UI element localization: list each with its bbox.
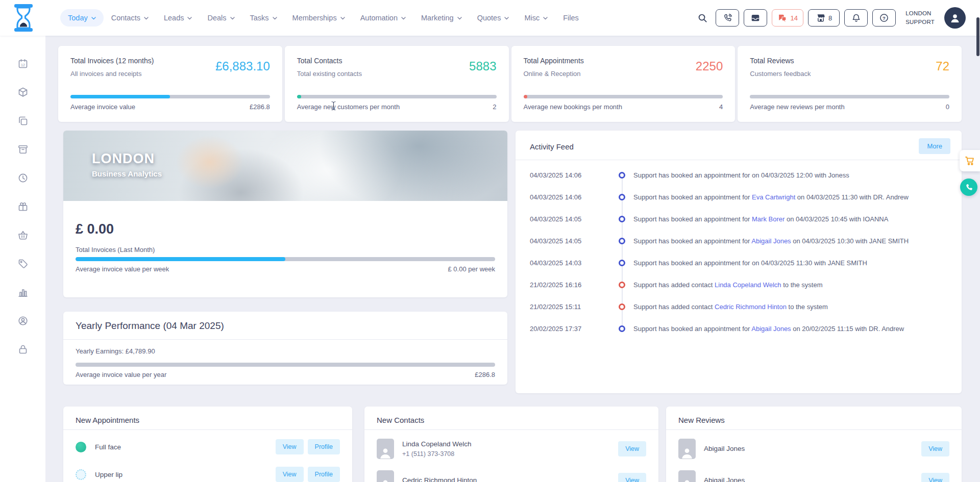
- chevron-down-icon: [340, 17, 345, 20]
- contact-link[interactable]: Linda Copeland Welch: [715, 281, 781, 289]
- contact-link[interactable]: Abigail Jones: [751, 237, 791, 245]
- chevron-down-icon: [504, 17, 509, 20]
- page-scrollbar[interactable]: [976, 17, 979, 56]
- help-button[interactable]: ?: [872, 9, 896, 27]
- feed-text-post: on 04/03/2025 10:45 with IOANNA: [785, 215, 888, 223]
- stat-subtitle: Online & Reception: [524, 70, 581, 78]
- feed-timestamp: 20/02/2025 17:37: [530, 325, 604, 333]
- nav-item[interactable]: Tasks: [242, 9, 285, 27]
- cart-fab-button[interactable]: [960, 150, 980, 171]
- nav-item-label: Misc: [524, 14, 540, 22]
- stats-row: Total Invoices (12 months) All invoices …: [58, 46, 962, 122]
- promo-photo: LONDON Business Analytics: [63, 131, 507, 201]
- bar-chart-icon[interactable]: [17, 287, 29, 298]
- stat-card: Total Invoices (12 months) All invoices …: [58, 46, 282, 122]
- chevron-down-icon: [187, 17, 192, 20]
- yearly-footer: Average invoice value per year £286.8: [76, 371, 495, 378]
- avatar: [377, 439, 394, 459]
- lock-icon[interactable]: [17, 344, 29, 355]
- store-icon: [816, 13, 826, 23]
- archive-box-icon[interactable]: [17, 144, 29, 155]
- topbar-actions: 14 8 ? LONDON SUPPORT: [697, 0, 966, 36]
- stat-progress-bar: [750, 95, 949, 98]
- stat-progress-bar: [524, 95, 723, 98]
- nav-item[interactable]: Today: [60, 9, 104, 27]
- view-button[interactable]: View: [618, 441, 646, 456]
- feed-timestamp: 04/03/2025 14:05: [530, 215, 604, 223]
- bell-icon: [851, 13, 861, 23]
- store-button[interactable]: 8: [808, 9, 840, 27]
- feed-text-post: on 20/02/2025 11:15 with DR. Andrew: [791, 325, 904, 333]
- phone-fab-button[interactable]: [960, 179, 977, 196]
- nav-item-label: Quotes: [477, 14, 501, 22]
- nav-item[interactable]: Misc: [517, 9, 555, 27]
- calendar-icon[interactable]: 12: [17, 58, 29, 69]
- user-avatar[interactable]: [944, 7, 966, 29]
- contact-link[interactable]: Abigail Jones: [751, 325, 791, 333]
- tag-icon[interactable]: [17, 258, 29, 269]
- contact-link[interactable]: Cedric Richmond Hinton: [715, 303, 787, 311]
- view-button[interactable]: View: [921, 441, 949, 456]
- nav-item[interactable]: Contacts: [104, 9, 156, 27]
- nav-item[interactable]: Marketing: [413, 9, 470, 27]
- appointments-list: Full face View Profile Upper lip View Pr…: [63, 430, 352, 482]
- nav-item-label: Contacts: [111, 14, 140, 22]
- account-icon[interactable]: [17, 315, 29, 326]
- chat-notifications-button[interactable]: 14: [772, 9, 803, 27]
- phone-icon: [723, 13, 732, 23]
- avatar: [678, 470, 696, 482]
- service-dot-icon: [76, 469, 86, 480]
- nav-item-label: Tasks: [250, 14, 269, 22]
- basket-icon[interactable]: [17, 230, 29, 241]
- nav-item[interactable]: Memberships: [285, 9, 353, 27]
- nav-item[interactable]: Automation: [353, 9, 413, 27]
- nav-item-label: Today: [68, 14, 88, 22]
- activity-feed-card: Activity Feed More 04/03/2025 14:06 Supp…: [516, 131, 962, 393]
- feed-item: 04/03/2025 14:03 Support has booked an a…: [530, 252, 962, 274]
- stat-footer-label: Average new customers per month: [297, 103, 400, 111]
- history-icon[interactable]: [17, 172, 29, 184]
- stat-card: Total Appointments Online & Reception 22…: [511, 46, 736, 122]
- feed-item: 20/02/2025 17:37 Support has booked an a…: [530, 318, 962, 340]
- profile-button[interactable]: Profile: [308, 467, 340, 482]
- profile-button[interactable]: Profile: [308, 439, 340, 454]
- user-icon: [949, 12, 961, 24]
- last-month-amount: £ 0.00: [76, 221, 114, 237]
- copy-icon[interactable]: [17, 115, 29, 126]
- contact-link[interactable]: Eva Cartwright: [752, 193, 795, 201]
- package-icon[interactable]: [17, 87, 29, 98]
- feed-text: Support has booked an appointment for Ev…: [633, 193, 909, 201]
- contact-list-item: Linda Copeland Welch +1 (511) 373-3708 V…: [377, 433, 646, 465]
- view-button[interactable]: View: [276, 439, 304, 454]
- feed-timestamp: 21/02/2025 15:11: [530, 303, 604, 311]
- appointment-list-item: Full face View Profile: [76, 433, 340, 461]
- stat-footer-value: 2: [493, 103, 496, 111]
- new-reviews-title: New Reviews: [678, 416, 725, 424]
- service-dot-icon: [76, 442, 86, 452]
- feed-divider: [516, 160, 962, 160]
- app-logo-hourglass-icon[interactable]: [13, 4, 34, 32]
- contact-phone: +1 (511) 373-3708: [402, 449, 472, 459]
- notifications-button[interactable]: [844, 9, 868, 27]
- view-button[interactable]: View: [618, 473, 646, 482]
- nav-item[interactable]: Files: [555, 9, 586, 27]
- nav-item-label: Marketing: [421, 14, 454, 22]
- view-button[interactable]: View: [276, 467, 304, 482]
- nav-item[interactable]: Leads: [156, 9, 200, 27]
- nav-item[interactable]: Deals: [200, 9, 242, 27]
- feed-text: Support has booked an appointment for Ab…: [633, 237, 909, 245]
- feed-text: Support has added contact Cedric Richmon…: [633, 303, 828, 311]
- stat-progress-fill: [297, 95, 301, 98]
- phone-icon: [965, 183, 973, 192]
- nav-item[interactable]: Quotes: [470, 9, 517, 27]
- search-icon[interactable]: [697, 13, 708, 23]
- more-button[interactable]: More: [919, 138, 950, 154]
- stat-progress-bar: [297, 95, 497, 98]
- feed-text-pre: Support has booked an appointment for: [633, 237, 751, 245]
- cart-icon: [964, 155, 975, 166]
- call-button[interactable]: [716, 9, 739, 27]
- inbox-button[interactable]: [744, 9, 767, 27]
- contact-link[interactable]: Mark Borer: [752, 215, 785, 223]
- gift-icon[interactable]: [17, 201, 29, 212]
- view-button[interactable]: View: [921, 473, 949, 482]
